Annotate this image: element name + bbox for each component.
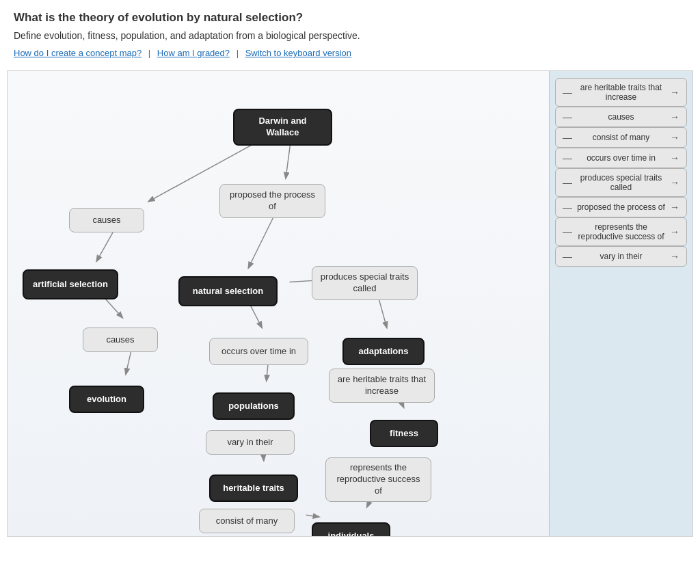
- arrow-left-icon-7: —: [563, 251, 572, 262]
- node-prop-process[interactable]: proposed the process of: [219, 184, 325, 218]
- connection-line: [96, 229, 114, 261]
- page-title: What is the theory of evolution by natur…: [14, 11, 686, 25]
- arrow-left-icon-3: —: [563, 152, 572, 163]
- sidebar-panel: — are heritable traits that increase →— …: [549, 71, 692, 536]
- node-darwin[interactable]: Darwin and Wallace: [233, 109, 332, 146]
- sidebar-item-5[interactable]: — proposed the process of →: [555, 197, 687, 217]
- node-vary-their[interactable]: vary in their: [206, 430, 295, 455]
- sidebar-label-1: causes: [575, 112, 667, 122]
- node-fitness[interactable]: fitness: [370, 420, 438, 447]
- connection-line: [249, 215, 275, 268]
- node-prod-traits1[interactable]: produces special traits called: [312, 266, 418, 300]
- node-adaptations[interactable]: adaptations: [342, 338, 425, 365]
- sidebar-label-0: are heritable traits that increase: [575, 83, 667, 102]
- arrow-right-icon-2: →: [670, 132, 679, 143]
- node-causes2[interactable]: causes: [83, 328, 158, 352]
- sidebar-item-2[interactable]: — consist of many →: [555, 127, 687, 148]
- sidebar-item-6[interactable]: — represents the reproductive success of…: [555, 217, 687, 246]
- concept-map-wrapper: Darwin and Wallaceartificial selectionna…: [7, 70, 693, 537]
- create-map-link[interactable]: How do I create a concept map?: [14, 48, 142, 58]
- sidebar-items-list: — are heritable traits that increase →— …: [555, 78, 687, 267]
- arrow-right-icon-6: →: [670, 226, 679, 237]
- sidebar-item-1[interactable]: — causes →: [555, 107, 687, 127]
- map-area: Darwin and Wallaceartificial selectionna…: [8, 71, 549, 536]
- separator2: |: [237, 48, 239, 58]
- page-header: What is the theory of evolution by natur…: [0, 0, 700, 70]
- node-art-sel[interactable]: artificial selection: [23, 269, 118, 299]
- node-populations[interactable]: populations: [213, 392, 295, 420]
- page-subtitle: Define evolution, fitness, population, a…: [14, 30, 686, 41]
- arrow-left-icon-1: —: [563, 111, 572, 122]
- arrow-left-icon-0: —: [563, 87, 572, 98]
- arrow-right-icon-0: →: [670, 87, 679, 98]
- arrow-right-icon-5: →: [670, 202, 679, 213]
- node-occurs-over[interactable]: occurs over time in: [209, 338, 308, 365]
- sidebar-item-0[interactable]: — are heritable traits that increase →: [555, 78, 687, 107]
- node-rep-success[interactable]: represents the reproductive success of: [325, 457, 431, 502]
- node-individuals[interactable]: individuals: [312, 522, 390, 536]
- sidebar-label-7: vary in their: [575, 252, 667, 261]
- node-consist-many[interactable]: consist of many: [199, 509, 295, 533]
- page-links: How do I create a concept map? | How am …: [14, 48, 686, 58]
- sidebar-label-4: produces special traits called: [575, 173, 667, 192]
- node-heritable-traits[interactable]: heritable traits: [209, 475, 298, 502]
- arrow-left-icon-2: —: [563, 132, 572, 143]
- arrow-left-icon-6: —: [563, 226, 572, 237]
- sidebar-label-2: consist of many: [575, 133, 667, 142]
- arrow-right-icon-7: →: [670, 251, 679, 262]
- node-nat-sel[interactable]: natural selection: [178, 276, 278, 306]
- sidebar-label-6: represents the reproductive success of: [575, 222, 667, 241]
- sidebar-label-3: occurs over time in: [575, 153, 667, 163]
- arrow-left-icon-5: —: [563, 202, 572, 213]
- sidebar-label-5: proposed the process of: [575, 202, 667, 212]
- keyboard-link[interactable]: Switch to keyboard version: [245, 48, 351, 58]
- sidebar-item-7[interactable]: — vary in their →: [555, 246, 687, 267]
- node-causes1[interactable]: causes: [69, 208, 144, 232]
- sidebar-item-3[interactable]: — occurs over time in →: [555, 148, 687, 168]
- sidebar-item-4[interactable]: — produces special traits called →: [555, 168, 687, 197]
- graded-link[interactable]: How am I graded?: [157, 48, 230, 58]
- arrow-left-icon-4: —: [563, 177, 572, 188]
- connection-line: [306, 515, 319, 517]
- node-evolution[interactable]: evolution: [69, 386, 144, 413]
- arrow-right-icon-4: →: [670, 177, 679, 188]
- arrow-right-icon-1: →: [670, 111, 679, 122]
- node-heritable-inc[interactable]: are heritable traits that increase: [329, 369, 435, 403]
- arrow-right-icon-3: →: [670, 152, 679, 163]
- separator1: |: [148, 48, 150, 58]
